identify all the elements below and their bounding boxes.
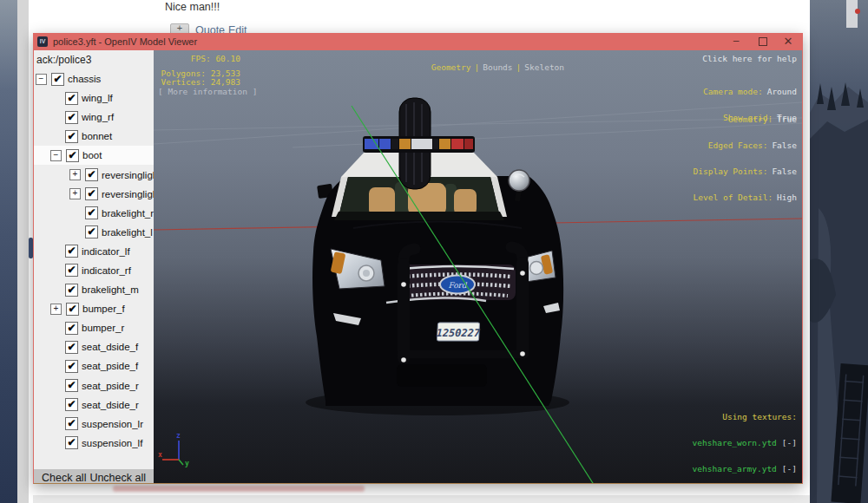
tree-item-label: seat_dside_f: [82, 342, 138, 352]
tab-geometry[interactable]: Geometry: [431, 62, 471, 72]
expand-icon[interactable]: +: [69, 188, 81, 199]
uncheck-all-button[interactable]: Uncheck all: [89, 472, 146, 484]
tab-skeleton[interactable]: Skeleton: [524, 62, 564, 72]
checkbox-checked-icon[interactable]: ✔: [65, 92, 78, 105]
expand-icon[interactable]: +: [69, 169, 81, 180]
checkbox-checked-icon[interactable]: ✔: [85, 187, 98, 200]
collapse-icon[interactable]: −: [36, 74, 47, 85]
render-settings: Geometry:True Edged Faces:False Display …: [694, 98, 797, 219]
close-button[interactable]: ✕: [775, 33, 801, 50]
model-hierarchy-panel: ack:/police3 − ✔ chassis ✔ wing_lf ✔ win…: [34, 50, 154, 483]
tree-item-boot[interactable]: − ✔ boot: [34, 146, 154, 165]
tree-item-label: brakelight_r: [102, 208, 154, 219]
tree-item-label: suspension_lr: [82, 419, 143, 429]
tree-item-label: suspension_lf: [82, 438, 142, 448]
tree-item-reversinglight[interactable]: + ✔ reversinglight: [34, 165, 154, 184]
ford-badge-text: Ford: [448, 281, 467, 290]
more-information-link[interactable]: [ More information ]: [158, 88, 257, 96]
checkbox-checked-icon[interactable]: ✔: [65, 130, 78, 143]
axis-z-label: z: [176, 432, 181, 440]
texture-remove-button[interactable]: [-]: [782, 438, 797, 447]
tree-item-reversinglight[interactable]: + ✔ reversinglight: [34, 185, 154, 204]
desktop-background-left: [0, 0, 17, 503]
checkbox-checked-icon[interactable]: ✔: [85, 225, 98, 238]
model-viewport[interactable]: Ford 1250227: [154, 50, 802, 483]
tree-item-label: brakelight_l: [102, 227, 153, 238]
checkbox-checked-icon[interactable]: ✔: [65, 360, 78, 373]
tree-item-brakelight_r[interactable]: ✔ brakelight_r: [34, 204, 154, 223]
checkbox-checked-icon[interactable]: ✔: [85, 168, 98, 181]
collapse-icon[interactable]: −: [50, 150, 62, 161]
tree-item-suspension_lf[interactable]: ✔ suspension_lf: [34, 434, 154, 453]
checkbox-checked-icon[interactable]: ✔: [65, 322, 78, 335]
checkbox-checked-icon[interactable]: ✔: [51, 73, 64, 86]
openiv-app-icon: IV: [37, 36, 48, 47]
forum-bottom-bar: [33, 495, 810, 503]
textures-panel: Using textures: vehshare_worn.ytd[-] veh…: [687, 395, 797, 483]
checkbox-checked-icon[interactable]: ✔: [66, 149, 79, 162]
checkbox-checked-icon[interactable]: ✔: [65, 245, 78, 258]
window-titlebar[interactable]: IV police3.yft - OpenIV Model Viewer – ✕: [33, 33, 803, 50]
tree-item-indicator_rf[interactable]: ✔ indicator_rf: [34, 261, 154, 280]
maximize-button[interactable]: [750, 33, 776, 50]
check-all-button[interactable]: Check all: [42, 472, 86, 484]
tree-item-label: reversinglight: [102, 189, 154, 199]
checkbox-checked-icon[interactable]: ✔: [65, 398, 78, 411]
tab-separator: |: [516, 62, 522, 72]
tree-item-wing_rf[interactable]: ✔ wing_rf: [34, 108, 154, 127]
tree-item-bumper_f[interactable]: + ✔ bumper_f: [34, 299, 154, 318]
wiper-cowl: [334, 212, 504, 220]
axis-x-label: x: [158, 451, 162, 459]
tree-item-seat_dside_f[interactable]: ✔ seat_dside_f: [34, 337, 154, 356]
minimize-button[interactable]: –: [723, 33, 749, 50]
forum-post-text: Nice man!!!: [165, 1, 220, 13]
checkbox-checked-icon[interactable]: ✔: [65, 436, 78, 449]
tree-item-label: seat_dside_r: [82, 400, 139, 410]
checkbox-checked-icon[interactable]: ✔: [65, 264, 78, 277]
tree-item-seat_dside_r[interactable]: ✔ seat_dside_r: [34, 395, 154, 415]
tree-item-brakelight_m[interactable]: ✔ brakelight_m: [34, 280, 154, 299]
model-tree: − ✔ chassis ✔ wing_lf ✔ wing_rf ✔ bonnet: [34, 69, 154, 453]
tree-item-chassis[interactable]: − ✔ chassis: [34, 69, 154, 88]
texture-name: vehshare_worn.ytd: [693, 438, 777, 447]
tree-item-wing_lf[interactable]: ✔ wing_lf: [34, 88, 154, 108]
tree-item-label: reversinglight: [102, 170, 154, 180]
tree-item-label: bumper_r: [82, 323, 124, 333]
model-path-label: ack:/police3: [34, 50, 154, 69]
tree-item-label: bonnet: [82, 131, 112, 141]
checkbox-checked-icon[interactable]: ✔: [65, 111, 78, 124]
license-plate-number: 1250227: [436, 327, 481, 339]
maximize-icon: [759, 37, 767, 46]
tree-item-label: seat_pside_r: [82, 381, 139, 391]
axis-y-label: y: [185, 460, 189, 467]
texture-remove-button[interactable]: [-]: [782, 464, 797, 474]
tree-actions-bar: Check all Uncheck all: [34, 469, 154, 483]
checkbox-checked-icon[interactable]: ✔: [65, 284, 78, 297]
forum-page-gutter: [17, 0, 29, 503]
tree-item-brakelight_l[interactable]: ✔ brakelight_l: [34, 223, 154, 242]
tree-item-label: wing_lf: [82, 93, 113, 103]
tree-item-label: indicator_rf: [82, 265, 131, 276]
license-plate: 1250227: [436, 323, 481, 341]
tree-item-seat_pside_r[interactable]: ✔ seat_pside_r: [34, 376, 154, 395]
tab-separator: |: [474, 62, 479, 72]
tree-item-indicator_lf[interactable]: ✔ indicator_lf: [34, 242, 154, 261]
checkbox-checked-icon[interactable]: ✔: [85, 206, 98, 219]
window-title: police3.yft - OpenIV Model Viewer: [53, 36, 197, 47]
texture-row: vehshare_worn.ytd[-]: [687, 439, 797, 447]
tree-item-seat_pside_f[interactable]: ✔ seat_pside_f: [34, 356, 154, 376]
texture-name: vehshare_army.ytd: [693, 464, 777, 474]
checkbox-checked-icon[interactable]: ✔: [66, 303, 79, 316]
checkbox-checked-icon[interactable]: ✔: [65, 417, 78, 430]
checkbox-checked-icon[interactable]: ✔: [65, 379, 78, 392]
tree-item-bumper_r[interactable]: ✔ bumper_r: [34, 318, 154, 337]
tree-item-bonnet[interactable]: ✔ bonnet: [34, 127, 154, 146]
tree-item-label: seat_pside_f: [82, 361, 138, 371]
tree-item-label: chassis: [68, 74, 101, 84]
checkbox-checked-icon[interactable]: ✔: [65, 341, 78, 354]
tab-bounds[interactable]: Bounds: [483, 62, 512, 72]
expand-icon[interactable]: +: [50, 304, 62, 315]
screen: Nice man!!! + Quote Edit: [0, 0, 868, 503]
help-link[interactable]: Click here for help: [702, 55, 797, 63]
tree-item-suspension_lr[interactable]: ✔ suspension_lr: [34, 415, 154, 434]
